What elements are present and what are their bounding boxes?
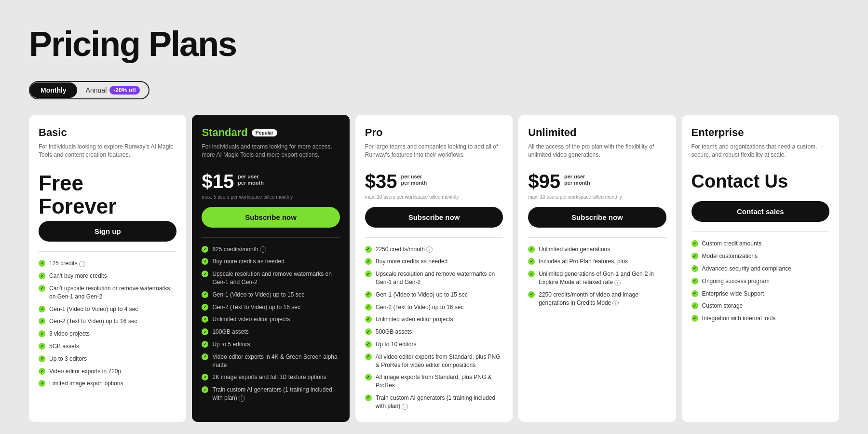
feature-text: 100GB assets [212,328,248,336]
feature-text: Up to 3 editors [49,355,87,363]
feature-check-icon [39,343,45,350]
feature-text: Unlimited generations of Gen-1 and Gen-2… [539,270,666,286]
divider [528,237,666,238]
feature-check-icon [528,291,535,298]
feature-item: Upscale resolution and remove watermarks… [202,270,339,286]
feature-item: Limited image export options [39,380,176,388]
feature-item: Custom credit amounts [692,240,829,248]
feature-check-icon [202,328,208,335]
feature-text: Unlimited video generations [539,245,610,254]
feature-check-icon [365,316,372,323]
feature-text: Unlimited video editor projects [212,315,290,324]
feature-text: 2250 credits/month of video and image ge… [539,291,666,307]
plan-header: Standard Popular For individuals and tea… [202,126,339,167]
plan-cta-button[interactable]: Sign up [39,221,176,242]
feature-check-icon [365,258,372,265]
annual-toggle[interactable]: Annual -20% off [77,82,149,98]
info-icon[interactable]: i [402,404,408,410]
feature-text: Gen-2 (Text to Video) up to 16 sec [49,317,137,326]
feature-text: 125 creditsi [49,259,85,268]
plan-card-unlimited: Unlimited All the access of the pro plan… [518,115,676,422]
info-icon[interactable]: i [79,261,85,267]
plan-name: Pro [365,126,383,139]
features-list: Unlimited video generations Includes all… [528,245,666,307]
feature-text: Enterprise-wide Support [702,290,764,298]
feature-item: Upscale resolution and remove watermarks… [365,270,503,286]
plan-name-row: Unlimited [528,126,666,139]
plan-name: Unlimited [528,126,576,139]
plan-name-row: Pro [365,126,503,139]
feature-text: Train custom AI generators (1 training i… [376,394,503,410]
feature-item: Unlimited video generations [528,245,666,254]
feature-check-icon [365,271,372,277]
features-list: 2250 credits/monthi Buy more credits as … [365,245,503,410]
divider [365,237,503,238]
feature-check-icon [692,240,698,247]
plan-cta-button[interactable]: Subscribe now [528,207,666,228]
feature-item: Up to 3 editors [39,355,176,363]
feature-check-icon [365,353,372,360]
info-icon[interactable]: i [614,280,621,286]
discount-badge: -20% off [109,86,140,95]
feature-check-icon [39,330,45,337]
plan-description: For teams and organizations that need a … [692,143,829,159]
feature-check-icon [39,260,45,267]
feature-item: 5GB assets [39,342,176,351]
plan-name: Standard [202,126,247,139]
info-icon[interactable]: i [239,395,245,402]
plan-cta-button[interactable]: Contact sales [692,201,829,222]
divider [39,251,176,252]
plan-cta-button[interactable]: Subscribe now [202,207,339,228]
feature-item: 625 credits/monthi [202,245,339,254]
feature-text: Model customizations [702,252,758,260]
feature-text: 2K image exports and full 3D texture opt… [212,373,326,381]
info-icon[interactable]: i [260,246,266,253]
feature-check-icon [692,265,698,272]
feature-check-icon [365,304,372,311]
feature-item: Includes all Pro Plan features, plus [528,258,666,266]
feature-item: Can't buy more credits [39,272,176,280]
features-list: 625 credits/monthi Buy more credits as n… [202,245,339,402]
feature-text: Custom credit amounts [702,240,761,248]
feature-text: Can't upscale resolution or remove water… [49,285,176,301]
feature-item: 2250 credits/monthi [365,245,503,254]
plan-description: All the access of the pro plan with the … [528,143,666,159]
monthly-toggle[interactable]: Monthly [30,82,77,98]
feature-item: Buy more credits as needed [202,258,339,266]
plan-description: For individuals looking to explore Runwa… [39,143,176,159]
plan-description: For individuals and teams looking for mo… [202,143,339,159]
feature-text: Upscale resolution and remove watermarks… [212,270,339,286]
price-per-line1: per user [401,174,427,180]
price-note: max. 5 users per workspace billed monthl… [202,194,339,200]
feature-item: Ongoing success program [692,277,829,285]
feature-item: Train custom AI generators (1 training i… [202,386,339,402]
feature-item: All image exports from Standard, plus PN… [365,373,503,390]
feature-text: Custom storage [702,302,743,310]
feature-item: Gen-1 (Video to Video) up to 15 sec [365,291,503,299]
feature-text: Integration with internal tools [702,314,776,323]
plan-name-row: Enterprise [692,126,829,139]
popular-badge: Popular [252,129,277,136]
price-free: FreeForever [39,172,176,218]
billing-toggle: Monthly Annual -20% off [29,81,149,99]
feature-text: All image exports from Standard, plus PN… [376,373,503,390]
price-amount: $35 [365,172,397,191]
feature-text: Gen-1 (Video to Video) up to 4 sec [49,305,138,313]
price-amount: $15 [202,172,234,191]
feature-text: Gen-1 (Video to Video) up to 15 sec [212,291,304,299]
feature-text: Includes all Pro Plan features, plus [539,258,628,266]
feature-text: Limited image export options [49,380,123,388]
feature-text: Up to 10 editors [376,340,417,349]
feature-item: Integration with internal tools [692,314,829,323]
info-icon[interactable]: i [612,300,619,306]
plan-cta-button[interactable]: Subscribe now [365,207,503,228]
feature-item: Unlimited video editor projects [202,315,339,324]
feature-text: Advanced security and compliance [702,265,791,273]
plan-card-pro: Pro For large teams and companies lookin… [355,115,513,422]
price-amount: $95 [528,172,560,191]
info-icon[interactable]: i [426,246,433,253]
features-list: 125 creditsi Can't buy more credits Can'… [39,259,176,388]
feature-text: Up to 5 editors [212,340,250,349]
divider [202,237,339,238]
feature-item: Gen-1 (Video to Video) up to 4 sec [39,305,176,313]
